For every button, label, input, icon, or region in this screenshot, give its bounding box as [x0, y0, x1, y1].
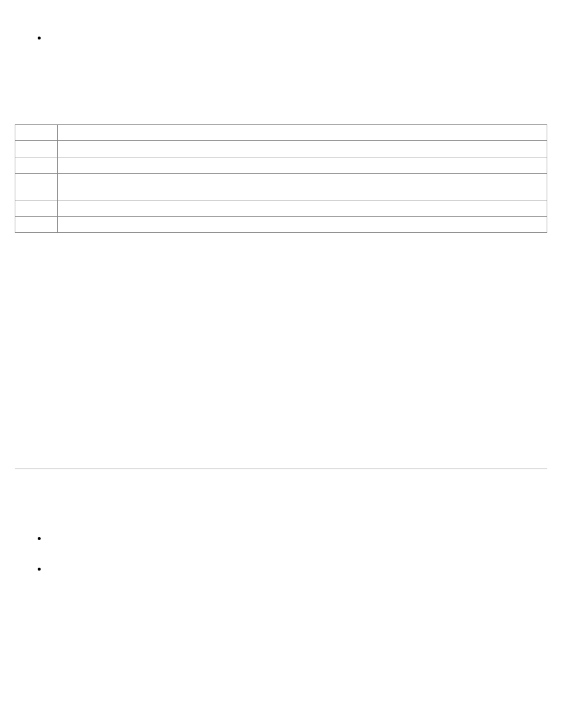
list-item	[47, 533, 547, 542]
table-row	[15, 174, 547, 200]
table-row	[15, 141, 547, 157]
table-row	[15, 125, 547, 141]
table-row	[15, 157, 547, 174]
table-cell	[58, 157, 547, 174]
bottom-bullet-list	[15, 533, 547, 573]
table-cell	[15, 217, 58, 233]
table-cell	[15, 200, 58, 217]
list-item	[47, 32, 547, 42]
table-cell	[15, 174, 58, 200]
table-cell	[15, 157, 58, 174]
table-cell	[58, 174, 547, 200]
list-item	[47, 564, 547, 573]
data-table	[15, 124, 547, 233]
table-cell	[58, 200, 547, 217]
page-link[interactable]	[15, 77, 56, 88]
table-row	[15, 200, 547, 217]
table-cell	[15, 141, 58, 157]
table-cell	[58, 217, 547, 233]
table-cell	[15, 125, 58, 141]
top-bullet-list	[15, 32, 547, 42]
table-cell	[58, 125, 547, 141]
table-row	[15, 217, 547, 233]
table-cell	[58, 141, 547, 157]
